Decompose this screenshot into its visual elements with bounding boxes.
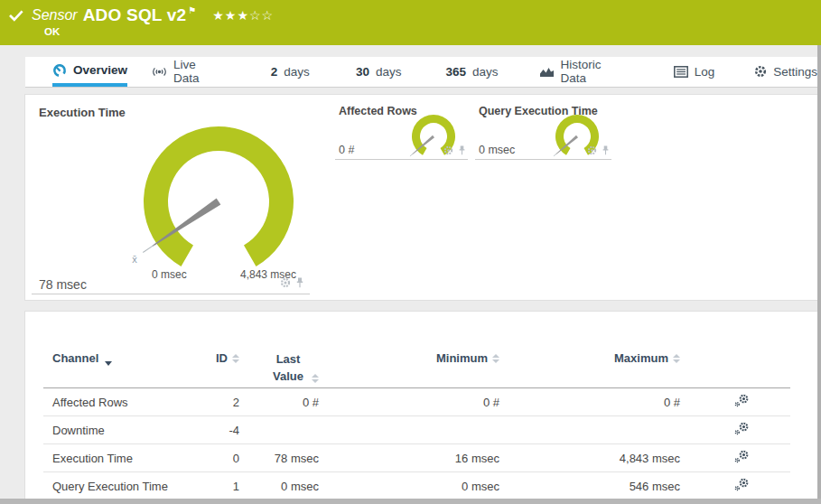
sort-icon[interactable] (312, 374, 319, 383)
tab-bar: Overview Live Data 2 days 30 days 365 da… (25, 57, 817, 88)
column-label: ID (216, 351, 228, 365)
column-header-channel[interactable]: Channel (43, 351, 197, 388)
tab-number: 2 (271, 65, 278, 79)
execution-time-gauge: x̄ (115, 111, 322, 279)
tab-label: Live Data (173, 58, 219, 85)
tab-30-days[interactable]: 30 days (356, 57, 402, 87)
tab-overview[interactable]: Overview (52, 57, 127, 87)
gauge-icon (52, 63, 67, 78)
table-header-row: Channel ID Last Value Minimum Maximum (43, 351, 790, 388)
tab-label: days (472, 65, 499, 79)
status-badge: OK (44, 26, 821, 37)
cell-id: 2 (197, 388, 239, 416)
stars-filled[interactable]: ★★★ (212, 8, 249, 23)
bottom-edge-strip (0, 499, 821, 504)
cell-channel[interactable]: Query Execution Time (43, 472, 197, 500)
tab-settings[interactable]: Settings (754, 57, 817, 87)
tab-label: Historic Data (561, 58, 622, 85)
gauge-current-value: 0 # (339, 144, 354, 156)
sort-icon[interactable] (232, 354, 239, 363)
cell-channel[interactable]: Affected Rows (43, 388, 197, 416)
table-row: Affected Rows 2 0 # 0 # 0 # (43, 388, 790, 416)
pin-icon[interactable] (295, 277, 304, 291)
priority-stars[interactable]: ★★★☆☆ (212, 8, 274, 23)
column-header-minimum[interactable]: Minimum (319, 351, 499, 388)
cell-last-value: 78 msec (239, 444, 319, 472)
cell-channel[interactable]: Downtime (43, 416, 197, 444)
gauge-title: Affected Rows (339, 105, 417, 117)
column-label: Channel (52, 351, 98, 365)
tab-label: Overview (73, 63, 127, 77)
tab-number: 30 (356, 65, 369, 79)
status-check-icon (9, 10, 23, 22)
column-header-id[interactable]: ID (197, 351, 239, 388)
cell-last-value: 0 # (239, 388, 319, 416)
gear-icon (754, 65, 767, 78)
cell-last-value: 0 msec (239, 472, 319, 500)
cell-minimum: 0 # (319, 388, 499, 416)
tab-365-days[interactable]: 365 days (445, 57, 498, 87)
table-row: Query Execution Time 1 0 msec 0 msec 546… (43, 472, 790, 500)
column-header-actions (680, 351, 790, 388)
sort-icon[interactable] (492, 354, 499, 363)
cell-maximum: 0 # (499, 388, 680, 416)
tab-label: Settings (773, 65, 817, 79)
sort-icon[interactable] (673, 354, 680, 363)
column-label: Minimum (436, 351, 488, 365)
tab-historic-data[interactable]: Historic Data (539, 57, 622, 87)
cell-last-value (239, 416, 319, 444)
tab-2-days[interactable]: 2 days (271, 57, 310, 87)
gauges-panel: Execution Time x̄ 0 msec 4,843 msec 78 m… (25, 95, 817, 300)
column-label: Last Value (269, 351, 307, 386)
log-list-icon (674, 66, 688, 78)
sensor-header: Sensor ADO SQL v2 ⚑ ★★★☆☆ OK (0, 0, 821, 45)
channel-settings-gears-icon[interactable] (734, 453, 750, 466)
gauge-current-value: 0 msec (479, 144, 515, 156)
area-chart-icon (539, 66, 555, 78)
scrollbar-track[interactable] (817, 45, 821, 504)
stars-empty[interactable]: ☆☆ (249, 8, 274, 23)
gear-icon[interactable] (587, 145, 597, 158)
gear-icon[interactable] (280, 277, 291, 291)
cell-channel[interactable]: Execution Time (43, 444, 197, 472)
channel-settings-gears-icon[interactable] (734, 425, 750, 438)
cell-maximum (499, 416, 680, 444)
gauge-title: Execution Time (39, 106, 126, 119)
tab-label: Log (695, 65, 715, 79)
cell-id: 1 (197, 472, 239, 500)
cell-id: -4 (197, 416, 239, 444)
gauge-query-execution-time[interactable]: Query Execution Time 0 msec (475, 95, 611, 160)
channels-table-panel: Channel ID Last Value Minimum Maximum (25, 312, 817, 499)
channel-settings-gears-icon[interactable] (734, 397, 750, 410)
column-header-maximum[interactable]: Maximum (499, 351, 680, 388)
pin-icon[interactable] (458, 145, 466, 158)
cell-minimum: 0 msec (319, 472, 499, 500)
tab-number: 365 (445, 65, 466, 79)
cell-id: 0 (197, 444, 239, 472)
gauge-affected-rows[interactable]: Affected Rows 0 # (335, 95, 468, 160)
cell-minimum (319, 416, 499, 444)
cell-maximum: 4,843 msec (499, 444, 680, 472)
pin-icon[interactable] (602, 145, 610, 158)
flag-icon[interactable]: ⚑ (188, 5, 196, 15)
gauge-current-value: 78 msec (39, 277, 87, 292)
table-row: Execution Time 0 78 msec 16 msec 4,843 m… (43, 444, 790, 472)
tab-label: days (376, 65, 402, 79)
cell-minimum: 16 msec (319, 444, 499, 472)
sensor-title: ADO SQL v2 (83, 5, 187, 25)
broadcast-icon (152, 65, 167, 79)
sensor-type-label: Sensor (32, 7, 78, 23)
column-header-last-value[interactable]: Last Value (239, 351, 319, 388)
gauge-min-label: 0 msec (152, 268, 187, 281)
column-label: Maximum (614, 351, 668, 365)
gear-icon[interactable] (443, 145, 453, 158)
channel-settings-gears-icon[interactable] (734, 481, 750, 494)
gauge-execution-time[interactable]: Execution Time x̄ 0 msec 4,843 msec 78 m… (32, 95, 310, 294)
tab-log[interactable]: Log (674, 57, 715, 87)
channels-table: Channel ID Last Value Minimum Maximum (43, 351, 790, 499)
cell-maximum: 546 msec (499, 472, 680, 500)
sort-desc-icon (105, 361, 112, 366)
tab-live-data[interactable]: Live Data (152, 57, 219, 87)
table-row: Downtime -4 (43, 416, 790, 444)
mean-marker: x̄ (132, 254, 137, 265)
